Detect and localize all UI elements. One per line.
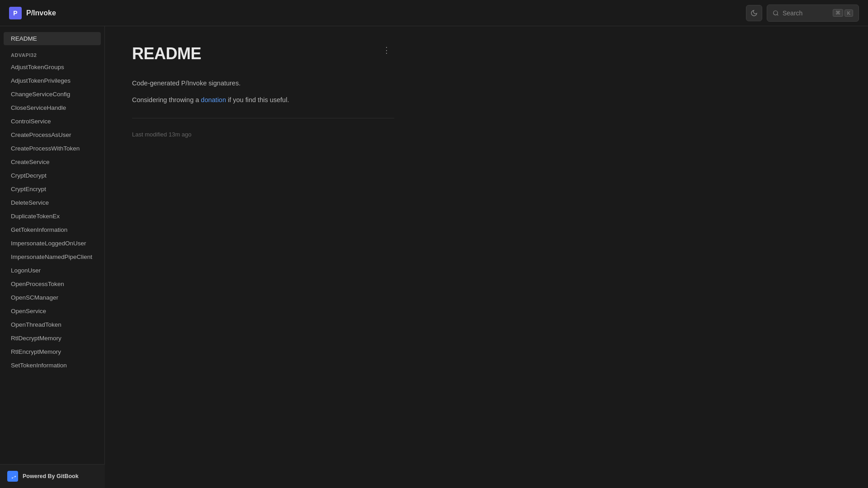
search-shortcut: ⌘ K — [833, 9, 853, 17]
sidebar-item-logon-user[interactable]: LogonUser — [4, 264, 101, 277]
last-modified: Last modified 13m ago — [132, 131, 394, 138]
readme-description-1: Code-generated P/Invoke signatures. — [132, 78, 394, 89]
readme-container: README ⋮ Code-generated P/Invoke signatu… — [132, 44, 394, 138]
sidebar-item-adjust-token-privileges[interactable]: AdjustTokenPrivileges — [4, 74, 101, 87]
search-bar[interactable]: Search ⌘ K — [767, 5, 859, 22]
search-icon — [773, 10, 779, 16]
readme-title: README — [132, 44, 201, 63]
sidebar-item-rtl-encrypt-memory[interactable]: RtlEncryptMemory — [4, 345, 101, 358]
sidebar-item-open-service[interactable]: OpenService — [4, 305, 101, 318]
app-logo: P — [9, 7, 22, 19]
readme-body: Code-generated P/Invoke signatures. Cons… — [132, 78, 394, 138]
app-title: P/Invoke — [26, 9, 56, 17]
sidebar-footer[interactable]: Powered By GitBook — [0, 464, 105, 488]
sidebar-item-impersonate-named-pipe-client[interactable]: ImpersonateNamedPipeClient — [4, 250, 101, 263]
sidebar-item-adjust-token-groups[interactable]: AdjustTokenGroups — [4, 61, 101, 74]
sidebar-item-crypt-decrypt[interactable]: CryptDecrypt — [4, 169, 101, 182]
sidebar-item-open-process-token[interactable]: OpenProcessToken — [4, 277, 101, 291]
theme-toggle-button[interactable] — [746, 5, 762, 21]
sidebar-item-crypt-encrypt[interactable]: CryptEncrypt — [4, 183, 101, 196]
sidebar-item-duplicate-token-ex[interactable]: DuplicateTokenEx — [4, 210, 101, 223]
gitbook-icon — [7, 471, 18, 482]
sidebar-item-control-service[interactable]: ControlService — [4, 115, 101, 128]
powered-by-text: Powered By GitBook — [23, 473, 79, 479]
donation-link[interactable]: donation — [201, 96, 226, 103]
sidebar-item-get-token-information[interactable]: GetTokenInformation — [4, 223, 101, 236]
sidebar-item-open-sc-manager[interactable]: OpenSCManager — [4, 291, 101, 304]
sidebar-items-container: AdjustTokenGroupsAdjustTokenPrivilegesCh… — [0, 61, 104, 372]
sidebar-item-set-token-information[interactable]: SetTokenInformation — [4, 359, 101, 372]
sidebar: README ADVAPI32 AdjustTokenGroupsAdjustT… — [0, 26, 105, 488]
sidebar-item-close-service-handle[interactable]: CloseServiceHandle — [4, 101, 101, 114]
main-content: README ⋮ Code-generated P/Invoke signatu… — [105, 26, 868, 488]
sidebar-item-create-process-as-user[interactable]: CreateProcessAsUser — [4, 128, 101, 141]
sidebar-item-readme[interactable]: README — [4, 32, 101, 45]
layout: README ADVAPI32 AdjustTokenGroupsAdjustT… — [0, 26, 868, 488]
sidebar-item-rtl-decrypt-memory[interactable]: RtlDecryptMemory — [4, 332, 101, 345]
sidebar-item-create-service[interactable]: CreateService — [4, 155, 101, 169]
header-left: P P/Invoke — [9, 7, 56, 19]
sidebar-item-open-thread-token[interactable]: OpenThreadToken — [4, 318, 101, 331]
header-right: Search ⌘ K — [746, 5, 859, 22]
search-placeholder: Search — [783, 9, 829, 17]
search-shortcut-key: K — [844, 9, 853, 17]
sidebar-item-create-process-with-token[interactable]: CreateProcessWithToken — [4, 142, 101, 155]
readme-description-2: Considering throwing a donation if you f… — [132, 94, 394, 106]
sidebar-item-change-service-config[interactable]: ChangeServiceConfig — [4, 88, 101, 101]
readme-header: README ⋮ — [132, 44, 394, 63]
more-options-button[interactable]: ⋮ — [379, 44, 394, 56]
header: P P/Invoke Search ⌘ K — [0, 0, 868, 26]
sidebar-item-impersonate-logged-on-user[interactable]: ImpersonateLoggedOnUser — [4, 237, 101, 250]
svg-point-0 — [774, 10, 778, 14]
sidebar-item-delete-service[interactable]: DeleteService — [4, 196, 101, 209]
search-shortcut-cmd: ⌘ — [833, 9, 843, 17]
sidebar-section-advapi32: ADVAPI32 — [4, 49, 101, 60]
svg-line-1 — [777, 14, 778, 15]
moon-icon — [750, 9, 758, 17]
readme-divider — [132, 118, 394, 118]
